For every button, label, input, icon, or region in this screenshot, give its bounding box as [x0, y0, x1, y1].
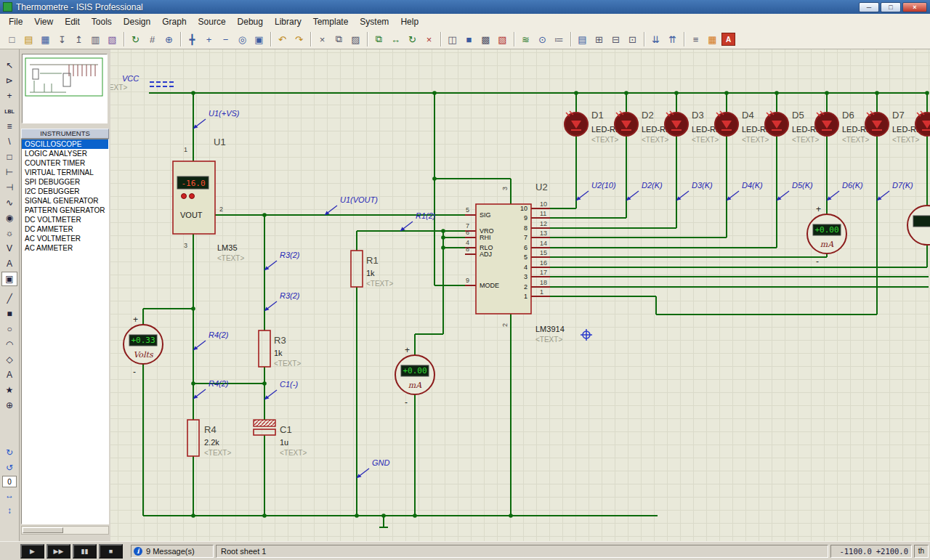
play-button[interactable]: ▶ [20, 544, 44, 559]
save-design-button[interactable]: ▦ [38, 32, 53, 47]
block-rotate-button[interactable]: ↻ [405, 32, 420, 47]
subcircuit-mode-button[interactable]: □ [1, 150, 17, 164]
refresh-display-button[interactable]: ↻ [128, 32, 143, 47]
junction-dot-mode-button[interactable]: + [1, 89, 17, 103]
2d-path-mode-button[interactable]: ◇ [1, 352, 17, 367]
design-explorer-button[interactable]: ▤ [575, 32, 590, 47]
toggle-grid-button[interactable]: # [145, 32, 160, 47]
menu-file[interactable]: File [3, 15, 28, 29]
message-panel[interactable]: i 9 Message(s) [131, 545, 214, 558]
paste-button[interactable]: ▨ [348, 32, 363, 47]
redo-button[interactable]: ↷ [291, 32, 307, 47]
zoom-to-child-button[interactable]: ⇊ [648, 32, 663, 47]
pick-device-button[interactable]: ◫ [445, 32, 460, 47]
new-sheet-button[interactable]: ⊞ [591, 32, 607, 47]
tape-recorder-mode-button[interactable]: ◉ [1, 211, 17, 225]
property-assignment-button[interactable]: ≔ [551, 32, 567, 47]
schematic-sheet[interactable]: VCC <TEXT> -16.0 VOUT 1 2 3 U1 LM35 <T [110, 49, 930, 541]
instrument-logic-analyser[interactable]: LOGIC ANALYSER [22, 149, 108, 158]
packaging-tool-button[interactable]: ▩ [478, 32, 493, 47]
zoom-out-button[interactable]: − [218, 32, 233, 47]
toggle-origin-button[interactable]: ⊕ [161, 32, 177, 47]
bill-of-materials-button[interactable]: ≡ [688, 32, 703, 47]
menu-graph[interactable]: Graph [156, 15, 192, 29]
instrument-pattern-generator[interactable]: PATTERN GENERATOR [22, 206, 108, 215]
menu-view[interactable]: View [28, 15, 59, 29]
wire-autorouter-button[interactable]: ≋ [518, 32, 533, 47]
schematic-canvas[interactable]: VCC <TEXT> -16.0 VOUT 1 2 3 U1 LM35 <T [110, 49, 930, 541]
instrument-ac-ammeter[interactable]: AC AMMETER [22, 243, 108, 253]
terminal-mode-button[interactable]: ⊢ [1, 165, 17, 179]
maximize-button[interactable]: □ [881, 2, 901, 12]
2d-line-mode-button[interactable]: ╱ [1, 291, 17, 306]
overview-minimap[interactable] [22, 54, 108, 123]
sidebar-scrollbar[interactable] [21, 526, 109, 535]
minimize-button[interactable]: ─ [859, 2, 879, 12]
make-device-button[interactable]: ■ [461, 32, 477, 47]
title-bar[interactable]: Thermometre - ISIS Professional ─ □ × [0, 0, 930, 14]
2d-text-mode-button[interactable]: A [1, 368, 17, 382]
menu-source[interactable]: Source [193, 15, 232, 29]
block-move-button[interactable]: ↔ [388, 32, 403, 47]
virtual-instruments-mode-button[interactable]: ▣ [1, 272, 17, 286]
zoom-in-button[interactable]: + [201, 32, 217, 47]
cut-button[interactable]: × [315, 32, 330, 47]
menu-edit[interactable]: Edit [59, 15, 86, 29]
voltage-probe-mode-button[interactable]: V [1, 241, 17, 256]
pan-centre-button[interactable]: ╋ [185, 32, 200, 47]
stop-button[interactable]: ■ [99, 544, 123, 559]
menu-debug[interactable]: Debug [232, 15, 269, 29]
rotate-anticlockwise-button[interactable]: ↺ [1, 460, 17, 475]
exit-to-parent-button[interactable]: ⇈ [665, 32, 680, 47]
2d-circle-mode-button[interactable]: ○ [1, 322, 17, 336]
goto-sheet-button[interactable]: ⊡ [625, 32, 640, 47]
rotation-angle-field[interactable]: 0 [2, 476, 17, 487]
text-script-mode-button[interactable]: ≡ [1, 119, 17, 134]
component-mode-button[interactable]: ⊳ [1, 73, 17, 88]
undo-button[interactable]: ↶ [275, 32, 290, 47]
2d-arc-mode-button[interactable]: ◠ [1, 337, 17, 352]
2d-box-mode-button[interactable]: ■ [1, 307, 17, 321]
2d-symbol-mode-button[interactable]: ★ [1, 383, 17, 397]
menu-design[interactable]: Design [118, 15, 156, 29]
search-tag-button[interactable]: ⊙ [535, 32, 550, 47]
generator-mode-button[interactable]: ☼ [1, 226, 17, 240]
export-section-button[interactable]: ↥ [71, 32, 86, 47]
electrical-rule-check-button[interactable]: ▦ [705, 32, 720, 47]
netlist-to-ares-button[interactable]: A [721, 33, 735, 46]
instrument-virtual-terminal[interactable]: VIRTUAL TERMINAL [22, 168, 108, 177]
instrument-ac-voltmeter[interactable]: AC VOLTMETER [22, 234, 108, 243]
pause-button[interactable]: ▮▮ [73, 544, 97, 559]
menu-tools[interactable]: Tools [86, 15, 118, 29]
menu-template[interactable]: Template [307, 15, 355, 29]
instrument-counter-timer[interactable]: COUNTER TIMER [22, 158, 108, 168]
wire-label-mode-button[interactable]: LBL [1, 104, 17, 118]
new-design-button[interactable]: □ [4, 32, 20, 47]
instrument-i2c-debugger[interactable]: I2C DEBUGGER [22, 187, 108, 196]
open-design-button[interactable]: ▤ [21, 32, 36, 47]
block-delete-button[interactable]: × [421, 32, 437, 47]
menu-system[interactable]: System [354, 15, 395, 29]
buses-mode-button[interactable]: \ [1, 134, 17, 149]
rotate-clockwise-button[interactable]: ↻ [1, 445, 17, 460]
mirror-vertical-button[interactable]: ↕ [1, 503, 17, 518]
device-pin-mode-button[interactable]: ⊣ [1, 180, 17, 195]
close-button[interactable]: × [902, 2, 927, 12]
import-section-button[interactable]: ↧ [54, 32, 70, 47]
selection-mode-button[interactable]: ↖ [1, 58, 17, 73]
copy-button[interactable]: ⧉ [331, 32, 347, 47]
sidebar-scrollbar-thumb[interactable] [23, 527, 63, 533]
block-copy-button[interactable]: ⧉ [371, 32, 387, 47]
temp-down-button[interactable] [182, 194, 187, 199]
instrument-spi-debugger[interactable]: SPI DEBUGGER [22, 177, 108, 187]
mark-output-area-button[interactable]: ▧ [105, 32, 120, 47]
graph-mode-button[interactable]: ∿ [1, 195, 17, 210]
print-design-button[interactable]: ▥ [88, 32, 103, 47]
temp-up-button[interactable] [190, 194, 195, 199]
2d-marker-mode-button[interactable]: ⊕ [1, 398, 17, 413]
menu-library[interactable]: Library [269, 15, 307, 29]
step-button[interactable]: ▶▶ [46, 544, 70, 559]
remove-sheet-button[interactable]: ⊟ [608, 32, 623, 47]
zoom-area-button[interactable]: ▣ [251, 32, 267, 47]
mirror-horizontal-button[interactable]: ↔ [1, 488, 17, 503]
